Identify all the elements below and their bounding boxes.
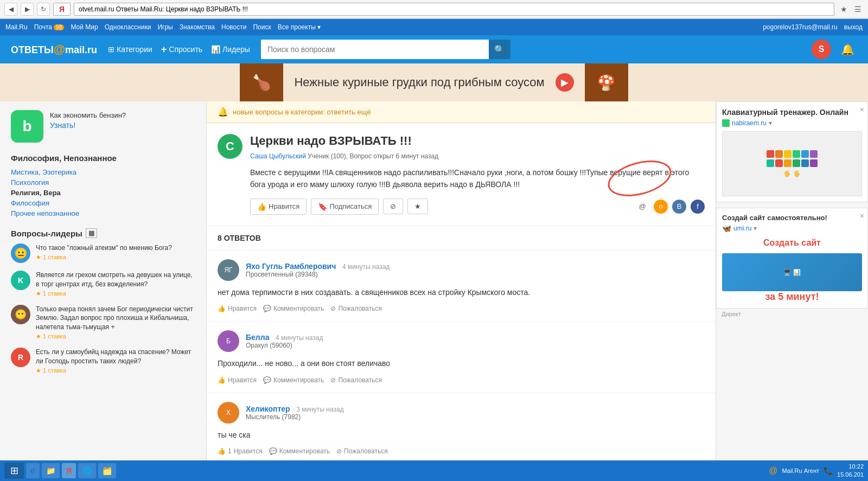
taskbar-yandex[interactable]: Я xyxy=(62,463,76,478)
nav-poisk[interactable]: Поиск xyxy=(253,23,271,31)
leader-content-2: Является ли грехом смотреть на девушек н… xyxy=(36,271,195,297)
question-body: Церкви надо ВЗРЫВАТЬ !!! Саша Цыбульский… xyxy=(250,134,705,215)
question-rank: Ученик (100), xyxy=(308,152,348,160)
main-header: ОТВЕТЫ@mail.ru ⊞ Категории + Спросить 📊 … xyxy=(0,35,868,63)
answer-item: Б Белла 4 минуты назад Оракул (59060) Пр… xyxy=(207,322,716,393)
create-site-time-text: за 5 минут! xyxy=(722,291,862,303)
leader-stars-2: ★ 1 ставка xyxy=(36,290,195,297)
logout-link[interactable]: выход xyxy=(844,23,863,31)
address-bar[interactable] xyxy=(74,3,834,16)
top-nav-right: pogorelov137rus@mail.ru выход xyxy=(763,23,863,31)
nav-ask[interactable]: + Спросить xyxy=(161,44,202,55)
answer-actions-3: 👍 1 Нравится 💬 Комментировать ⊘ Пожалова… xyxy=(218,447,705,455)
expand-icon-2: ▾ xyxy=(754,225,757,232)
answer-report-btn-3[interactable]: ⊘ Пожаловаться xyxy=(336,447,388,455)
nav-categories[interactable]: ⊞ Категории xyxy=(108,45,152,54)
answer-item: Х Хеликоптер 3 минуты назад Мыслитель (7… xyxy=(207,393,716,464)
close-button-1[interactable]: × xyxy=(860,105,864,114)
nav-odnoklassniki[interactable]: Одноклассники xyxy=(105,23,151,31)
grid-icon: ⊞ xyxy=(108,45,114,54)
umi-link[interactable]: umi.ru xyxy=(733,225,751,232)
answer-meta-2: Белла 4 минуты назад Оракул (59060) xyxy=(246,333,705,349)
block-button[interactable]: ⊘ xyxy=(383,198,403,214)
nav-mailru[interactable]: Mail.Ru xyxy=(5,23,28,31)
answer-header-2: Б Белла 4 минуты назад Оракул (59060) xyxy=(218,330,705,352)
sidebar-link-psy[interactable]: Психология xyxy=(11,178,195,187)
share-fb-icon[interactable]: f xyxy=(691,200,705,214)
back-button[interactable]: ◀ xyxy=(4,3,17,16)
answer-rank-3: Мыслитель (7982) xyxy=(246,413,705,421)
comment-text-3: Комментировать xyxy=(279,447,330,455)
sidebar-ad-link[interactable]: Узнать! xyxy=(50,121,75,130)
user-avatar[interactable]: S xyxy=(812,40,831,59)
sidebar-link-religion[interactable]: Религия, Вера xyxy=(11,189,195,197)
question-author-link[interactable]: Саша Цыбульский xyxy=(250,152,306,160)
right-sidebar: Клавиатурный тренажер. Онлайн × nabiraem… xyxy=(716,101,868,481)
taskbar-chrome[interactable]: 🌐 xyxy=(78,463,96,478)
sidebar-link-mystika[interactable]: Мистика, Эзотерика xyxy=(11,168,195,176)
chrome-icon: 🌐 xyxy=(82,466,92,475)
nav-pochta[interactable]: Почта 98 xyxy=(34,23,65,31)
report-icon: ⊘ xyxy=(336,447,342,455)
sidebar-category-title: Философия, Непознанное xyxy=(11,153,195,163)
answer-time-2: 4 минуты назад xyxy=(276,334,323,342)
answer-like-btn-2[interactable]: 👍 Нравится xyxy=(218,376,257,384)
star-button[interactable]: ★ xyxy=(838,3,850,15)
leader-text-3: Только вчера понял зачем Бог периодическ… xyxy=(36,305,195,332)
answer-text-3: ты че ска xyxy=(218,429,705,441)
search-input[interactable] xyxy=(261,40,489,59)
refresh-button[interactable]: ↻ xyxy=(37,3,50,16)
leader-avatar-1: 😐 xyxy=(11,243,30,263)
notification-bell[interactable]: 🔔 xyxy=(838,40,857,59)
nav-igry[interactable]: Игры xyxy=(157,23,173,31)
answer-author-2[interactable]: Белла xyxy=(246,333,269,342)
like-text-2: Нравится xyxy=(228,376,257,384)
answer-like-btn-3[interactable]: 👍 1 Нравится xyxy=(218,447,263,455)
taskbar-files[interactable]: 🗂️ xyxy=(98,463,116,478)
answer-comment-btn-2[interactable]: 💬 Комментировать xyxy=(263,376,324,384)
right-ad-keyboard: Клавиатурный тренажер. Онлайн × nabiraem… xyxy=(716,101,868,202)
taskbar-ie[interactable]: e xyxy=(26,463,40,478)
answer-like-btn-1[interactable]: 👍 Нравится xyxy=(218,305,257,312)
favorite-button[interactable]: ★ xyxy=(407,198,428,214)
start-button[interactable]: ⊞ xyxy=(4,463,24,479)
like-button[interactable]: 👍 Нравится xyxy=(250,198,307,215)
nabiraem-link[interactable]: nabiraem.ru xyxy=(732,119,767,127)
answer-author-3[interactable]: Хеликоптер xyxy=(246,405,290,413)
browser-action-buttons: ★ ☰ xyxy=(838,3,864,15)
answer-report-btn-2[interactable]: ⊘ Пожаловаться xyxy=(330,376,382,384)
sidebar-link-philosophy[interactable]: Философия xyxy=(11,199,195,207)
share-ok-icon[interactable]: о xyxy=(654,200,668,214)
ad-banner-button[interactable]: ▶ xyxy=(556,73,574,92)
report-icon: ⊘ xyxy=(330,376,336,384)
nav-leaders[interactable]: 📊 Лидеры xyxy=(211,45,250,54)
answer-comment-btn-1[interactable]: 💬 Комментировать xyxy=(263,305,324,312)
answer-actions-2: 👍 Нравится 💬 Комментировать ⊘ Пожаловать… xyxy=(218,376,705,384)
search-icon: 🔍 xyxy=(494,44,505,55)
forward-button[interactable]: ▶ xyxy=(21,3,34,16)
sidebar-link-other[interactable]: Прочее непознанное xyxy=(11,209,195,217)
sidebar-advertisement: b Как экономить бензин? Узнать! xyxy=(11,110,195,143)
thumbs-up-icon: 👍 xyxy=(218,376,226,384)
nav-novosti[interactable]: Новости xyxy=(221,23,246,31)
taskbar-explorer[interactable]: 📁 xyxy=(42,463,60,478)
answer-comment-btn-3[interactable]: 💬 Комментировать xyxy=(269,447,330,455)
nav-znakomstva[interactable]: Знакомства xyxy=(180,23,215,31)
nav-all-projects[interactable]: Все проекты ▾ xyxy=(278,23,321,31)
list-item: K Является ли грехом смотреть на девушек… xyxy=(11,271,195,297)
thumbs-up-icon: 👍 xyxy=(257,202,266,211)
menu-button[interactable]: ☰ xyxy=(852,3,864,15)
leader-text-2: Является ли грехом смотреть на девушек н… xyxy=(36,271,195,289)
comment-icon: 💬 xyxy=(263,305,271,312)
close-button-2[interactable]: × xyxy=(860,211,864,220)
plus-icon: + xyxy=(161,44,167,55)
answer-text-2: Проходили... не ново... а они вон стоят … xyxy=(218,357,705,369)
answer-report-btn-1[interactable]: ⊘ Пожаловаться xyxy=(330,305,382,312)
share-email-icon[interactable]: @ xyxy=(635,200,649,214)
search-button[interactable]: 🔍 xyxy=(489,40,510,59)
nav-moy-mir[interactable]: Мой Мир xyxy=(71,23,98,31)
answer-author-1[interactable]: Яхо Гугль Рамблерович xyxy=(246,262,336,271)
share-vk-icon[interactable]: В xyxy=(672,200,686,214)
user-profile-link[interactable]: pogorelov137rus@mail.ru xyxy=(763,23,838,31)
subscribe-button[interactable]: 🔖 Подписаться xyxy=(311,198,379,215)
